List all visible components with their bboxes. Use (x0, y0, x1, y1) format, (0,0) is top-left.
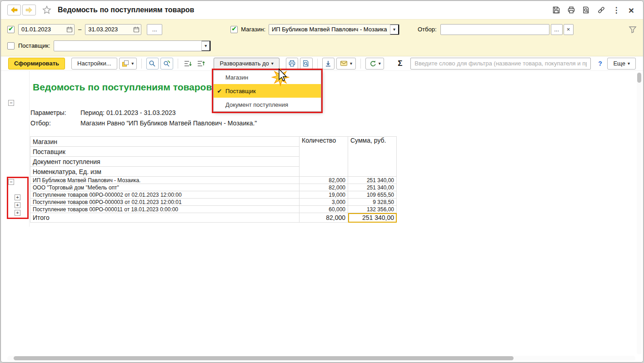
close-button[interactable]: × (626, 5, 637, 15)
total-sum-selected-cell[interactable]: 251 340,00 (348, 213, 397, 223)
date-from-calendar-button[interactable] (65, 25, 74, 35)
report-area: Ведомость по поступлениям товаров − Пара… (1, 71, 643, 362)
titlebar: Ведомость по поступлениям товаров ⋮ × (1, 1, 643, 19)
selection-input[interactable] (441, 25, 549, 35)
report-table: Магазин Количество Сумма, руб. Поставщик… (30, 136, 397, 223)
table-row: ООО "Торговый дом "Мебель опт" 82,000 25… (30, 184, 397, 191)
save-icon (552, 6, 560, 14)
print-button[interactable] (566, 5, 577, 15)
period-checkbox[interactable]: ✔ (7, 26, 15, 33)
menu-item-supplier[interactable]: ✔ Поставщик (214, 84, 321, 98)
menu-item-document[interactable]: Документ поступления (214, 98, 321, 111)
store-checkbox[interactable]: ✔ (230, 26, 238, 33)
date-from-input[interactable] (19, 25, 65, 35)
cell-quantity[interactable]: 19,000 (300, 191, 348, 199)
expand-to-button[interactable]: Разворачивать до ▾ (214, 58, 279, 70)
print-preview-icon (302, 60, 310, 67)
total-label[interactable]: Итого (30, 213, 300, 223)
search-next-button[interactable] (160, 58, 173, 70)
send-email-button[interactable]: ▾ (336, 58, 356, 70)
quick-filter-input[interactable] (410, 58, 591, 70)
period-more-button[interactable]: ... (147, 24, 162, 35)
header-row-supplier[interactable]: Поставщик (30, 147, 300, 157)
get-link-button[interactable] (596, 5, 607, 15)
table-row: Поступление товаров 00РО-000003 от 02.01… (30, 199, 397, 206)
cell-sum[interactable]: 251 340,00 (348, 177, 397, 184)
horizontal-scrollbar-thumb[interactable] (14, 356, 514, 360)
chevron-down-icon: ▾ (131, 61, 134, 66)
cell-name[interactable]: ООО "Торговый дом "Мебель опт" (30, 184, 300, 191)
expand-groups-button[interactable] (183, 58, 193, 70)
horizontal-scrollbar[interactable] (7, 356, 635, 361)
cell-sum[interactable]: 251 340,00 (348, 184, 397, 191)
window-more-button[interactable]: ⋮ (611, 5, 622, 15)
table-row: Поступление товаров 00РО-000002 от 02.01… (30, 191, 397, 199)
expand-levels-icon (184, 60, 192, 67)
header-row-nomenclature[interactable]: Номенклатура, Ед. изм (30, 167, 300, 177)
toolbar-separator (178, 59, 178, 69)
collapse-groups-button[interactable] (196, 58, 206, 70)
settings-button[interactable]: Настройки... (71, 58, 117, 70)
save-file-button[interactable] (322, 58, 334, 70)
selection-label: Отбор: (418, 26, 437, 33)
group-expand-toggle[interactable]: + (15, 210, 20, 216)
group-collapse-toggle[interactable]: − (8, 179, 14, 185)
print-icon (567, 6, 575, 14)
cell-name[interactable]: Поступление товаров 00РО-000003 от 02.01… (30, 199, 300, 206)
cell-sum[interactable]: 9 328,50 (348, 199, 397, 206)
supplier-label: Поставщик: (18, 42, 50, 49)
favorites-button[interactable] (42, 5, 51, 15)
cell-name[interactable]: Поступление товаров 00РО-000011 от 18.01… (30, 206, 300, 213)
cell-name[interactable]: ИП Бубликов Матвей Павлович - Мозаика. (30, 177, 300, 184)
header-quantity[interactable]: Количество (300, 137, 348, 177)
minus-icon: − (10, 100, 12, 105)
parameters-label: Параметры: (30, 109, 66, 116)
group-expand-toggle[interactable]: + (15, 202, 20, 208)
supplier-dropdown-button[interactable]: ▾ (201, 40, 210, 51)
more-button[interactable]: Еще ▾ (607, 58, 635, 70)
date-to-input[interactable] (85, 25, 131, 35)
vertical-scrollbar[interactable] (637, 72, 642, 354)
header-sum[interactable]: Сумма, руб. (348, 137, 397, 177)
date-to-field (85, 24, 141, 35)
print-report-button[interactable] (286, 58, 298, 70)
menu-item-store[interactable]: Магазин (214, 70, 321, 84)
group-expand-toggle[interactable]: + (15, 194, 20, 200)
store-dropdown-button[interactable]: ▾ (390, 24, 399, 35)
supplier-checkbox[interactable] (7, 42, 15, 50)
autosum-button[interactable]: Σ (394, 58, 406, 70)
cell-quantity[interactable]: 82,000 (300, 177, 348, 184)
header-row-document[interactable]: Документ поступления (30, 157, 300, 167)
generate-button[interactable]: Сформировать (8, 58, 65, 70)
store-input[interactable] (269, 25, 390, 35)
cell-quantity[interactable]: 82,000 (300, 184, 348, 191)
back-button[interactable] (7, 5, 21, 15)
forward-button[interactable] (22, 5, 36, 15)
report-variants-button[interactable]: ▾ (119, 58, 137, 70)
save-button[interactable] (551, 5, 562, 15)
search-button[interactable] (146, 58, 159, 70)
selection-more-button[interactable]: ... (551, 24, 563, 35)
store-field: ▾ (269, 24, 399, 35)
expand-to-label: Разворачивать до (220, 60, 269, 67)
preview-button[interactable] (581, 5, 592, 15)
date-to-calendar-button[interactable] (131, 25, 141, 35)
vertical-scrollbar-thumb[interactable] (637, 73, 641, 83)
cell-quantity[interactable]: 3,000 (300, 199, 348, 206)
selection-clear-button[interactable]: × (564, 24, 574, 35)
cell-quantity[interactable]: 60,000 (300, 206, 348, 213)
header-row-store[interactable]: Магазин (30, 137, 300, 147)
check-icon: ✔ (8, 25, 14, 32)
cell-name[interactable]: Поступление товаров 00РО-000002 от 02.01… (30, 191, 300, 199)
supplier-input[interactable] (54, 41, 201, 51)
print-preview-button[interactable] (300, 58, 312, 70)
filter-settings-button[interactable] (629, 25, 637, 34)
table-row: ИП Бубликов Матвей Павлович - Мозаика. 8… (30, 177, 397, 184)
help-button[interactable]: ? (594, 58, 605, 70)
report-collapse-toggle[interactable]: − (8, 100, 14, 106)
cell-sum[interactable]: 132 356,00 (348, 206, 397, 213)
cell-sum[interactable]: 109 655,50 (348, 191, 397, 199)
total-quantity[interactable]: 82,000 (300, 213, 348, 223)
email-icon (340, 60, 348, 67)
refresh-button[interactable]: ▾ (365, 58, 384, 70)
